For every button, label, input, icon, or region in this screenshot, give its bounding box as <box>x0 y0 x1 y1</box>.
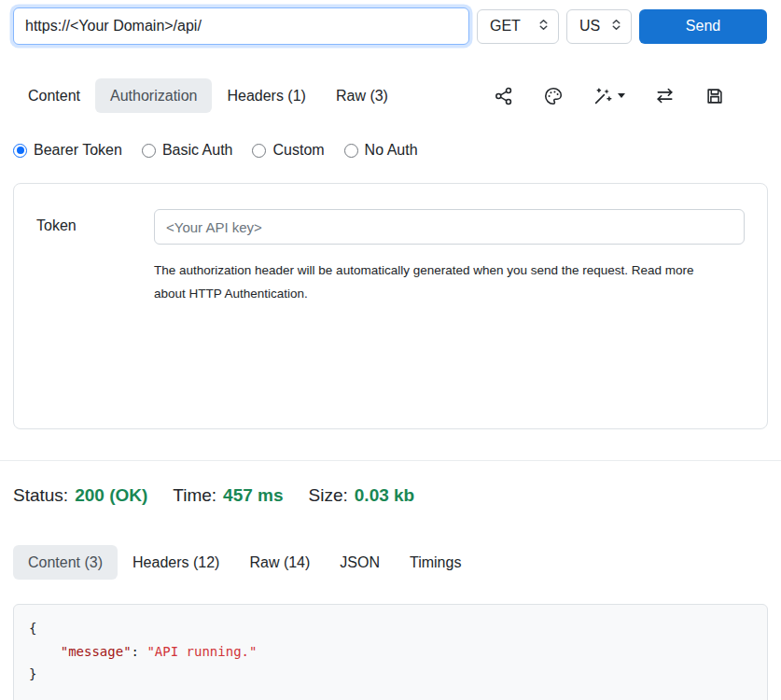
tab-response-json[interactable]: JSON <box>325 545 395 580</box>
radio-label: Custom <box>272 142 324 159</box>
method-select[interactable]: GET <box>477 9 559 44</box>
token-input[interactable] <box>154 209 745 245</box>
radio-label: No Auth <box>365 142 418 159</box>
auth-type-radios: Bearer Token Basic Auth Custom No Auth <box>13 142 768 159</box>
response-body: { "message": "API running." } <box>13 604 768 700</box>
auth-help-text: The authorization header will be automat… <box>154 259 701 305</box>
tab-response-content[interactable]: Content (3) <box>13 545 118 580</box>
time-value: 457 ms <box>223 485 283 506</box>
url-input[interactable] <box>13 7 469 45</box>
response-tabs: Content (3) Headers (12) Raw (14) JSON T… <box>13 545 768 580</box>
radio-label: Bearer Token <box>34 142 122 159</box>
radio-custom[interactable]: Custom <box>252 142 324 159</box>
status-value: 200 (OK) <box>75 485 147 506</box>
region-select[interactable]: US <box>566 9 632 44</box>
radio-unchecked-icon <box>142 144 156 158</box>
share-icon[interactable] <box>494 86 514 106</box>
save-icon[interactable] <box>704 86 725 106</box>
size-label: Size: <box>309 485 348 506</box>
request-bar: GET US Send <box>13 7 768 45</box>
token-label: Token <box>36 209 154 403</box>
section-divider <box>0 460 781 461</box>
updown-arrows-icon <box>537 18 550 35</box>
magic-wand-icon[interactable] <box>593 86 625 106</box>
code-line: "message": "API running." <box>29 640 752 664</box>
radio-basic-auth[interactable]: Basic Auth <box>142 142 233 159</box>
request-tabs: Content Authorization Headers (1) Raw (3… <box>13 78 403 113</box>
radio-unchecked-icon <box>344 144 358 158</box>
region-select-value: US <box>579 18 600 35</box>
request-toolbar <box>494 85 725 106</box>
status-label: Status: <box>13 485 68 506</box>
radio-no-auth[interactable]: No Auth <box>344 142 418 159</box>
palette-icon[interactable] <box>543 86 564 106</box>
chevron-down-icon <box>618 93 625 98</box>
json-string: "API running." <box>146 644 257 659</box>
tab-response-headers[interactable]: Headers (12) <box>118 545 234 580</box>
swap-arrows-icon[interactable] <box>654 85 676 106</box>
response-summary: Status: 200 (OK) Time: 457 ms Size: 0.03… <box>13 485 768 506</box>
request-tabs-row: Content Authorization Headers (1) Raw (3… <box>13 78 768 113</box>
updown-arrows-icon <box>610 18 622 35</box>
tab-headers[interactable]: Headers (1) <box>212 78 320 113</box>
tab-content[interactable]: Content <box>13 78 95 113</box>
tab-response-timings[interactable]: Timings <box>395 545 476 580</box>
token-column: The authorization header will be automat… <box>154 209 745 403</box>
radio-unchecked-icon <box>252 144 266 158</box>
code-line: { <box>29 617 752 640</box>
radio-label: Basic Auth <box>162 142 233 159</box>
json-key: "message" <box>61 644 132 659</box>
time-label: Time: <box>173 485 216 506</box>
radio-bearer-token[interactable]: Bearer Token <box>13 142 122 159</box>
send-button[interactable]: Send <box>639 9 767 44</box>
method-select-value: GET <box>490 18 521 35</box>
auth-panel: Token The authorization header will be a… <box>13 183 768 429</box>
tab-raw[interactable]: Raw (3) <box>321 78 403 113</box>
size-value: 0.03 kb <box>355 485 414 506</box>
radio-checked-icon <box>13 144 27 158</box>
api-client-page: GET US Send Content Authorization Header… <box>0 0 781 700</box>
tab-response-raw[interactable]: Raw (14) <box>234 545 325 580</box>
tab-authorization[interactable]: Authorization <box>95 78 212 113</box>
code-line: } <box>29 663 752 686</box>
